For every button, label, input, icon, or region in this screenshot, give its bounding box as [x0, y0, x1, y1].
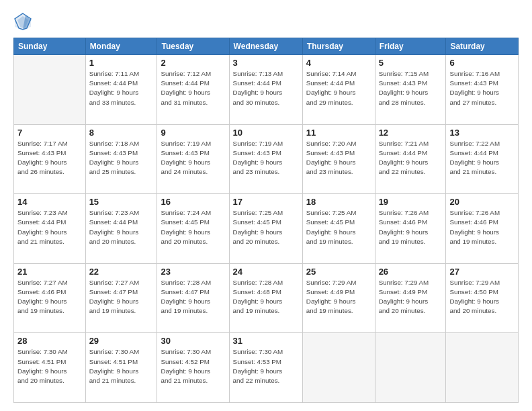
- calendar-cell: 15Sunrise: 7:23 AM Sunset: 4:44 PM Dayli…: [85, 194, 157, 264]
- day-number: 16: [161, 197, 225, 207]
- day-number: 7: [17, 128, 82, 138]
- day-info: Sunrise: 7:25 AM Sunset: 4:45 PM Dayligh…: [233, 208, 299, 246]
- day-number: 23: [161, 267, 225, 277]
- calendar-cell: 2Sunrise: 7:12 AM Sunset: 4:44 PM Daylig…: [157, 55, 229, 125]
- day-info: Sunrise: 7:15 AM Sunset: 4:43 PM Dayligh…: [379, 69, 443, 107]
- day-number: 28: [17, 336, 82, 346]
- calendar-cell: 3Sunrise: 7:13 AM Sunset: 4:44 PM Daylig…: [229, 55, 302, 125]
- day-number: 9: [161, 128, 225, 138]
- calendar-cell: 18Sunrise: 7:25 AM Sunset: 4:45 PM Dayli…: [302, 194, 375, 264]
- day-number: 19: [379, 197, 443, 207]
- day-number: 14: [17, 197, 82, 207]
- calendar-cell: 13Sunrise: 7:22 AM Sunset: 4:44 PM Dayli…: [446, 124, 519, 194]
- calendar-header-monday: Monday: [85, 38, 157, 55]
- calendar-cell: 31Sunrise: 7:30 AM Sunset: 4:53 PM Dayli…: [229, 333, 302, 403]
- day-info: Sunrise: 7:14 AM Sunset: 4:44 PM Dayligh…: [306, 69, 371, 107]
- day-number: 27: [449, 267, 515, 277]
- day-info: Sunrise: 7:30 AM Sunset: 4:52 PM Dayligh…: [161, 347, 225, 385]
- calendar-week-row: 7Sunrise: 7:17 AM Sunset: 4:43 PM Daylig…: [14, 124, 519, 194]
- calendar-header-friday: Friday: [375, 38, 446, 55]
- calendar-cell: [446, 333, 519, 403]
- day-info: Sunrise: 7:26 AM Sunset: 4:46 PM Dayligh…: [449, 208, 515, 246]
- day-number: 13: [449, 128, 515, 138]
- day-number: 22: [89, 267, 154, 277]
- calendar-cell: 30Sunrise: 7:30 AM Sunset: 4:52 PM Dayli…: [157, 333, 229, 403]
- calendar-cell: 6Sunrise: 7:16 AM Sunset: 4:43 PM Daylig…: [446, 55, 519, 125]
- day-info: Sunrise: 7:11 AM Sunset: 4:44 PM Dayligh…: [89, 69, 154, 107]
- day-info: Sunrise: 7:16 AM Sunset: 4:43 PM Dayligh…: [449, 69, 515, 107]
- day-info: Sunrise: 7:25 AM Sunset: 4:45 PM Dayligh…: [306, 208, 371, 246]
- calendar-cell: 26Sunrise: 7:29 AM Sunset: 4:49 PM Dayli…: [375, 263, 446, 333]
- day-number: 11: [306, 128, 371, 138]
- day-number: 24: [233, 267, 299, 277]
- day-info: Sunrise: 7:19 AM Sunset: 4:43 PM Dayligh…: [161, 139, 225, 177]
- day-info: Sunrise: 7:29 AM Sunset: 4:49 PM Dayligh…: [306, 278, 371, 316]
- day-info: Sunrise: 7:23 AM Sunset: 4:44 PM Dayligh…: [17, 208, 82, 246]
- calendar-cell: 29Sunrise: 7:30 AM Sunset: 4:51 PM Dayli…: [85, 333, 157, 403]
- calendar-cell: 1Sunrise: 7:11 AM Sunset: 4:44 PM Daylig…: [85, 55, 157, 125]
- page: SundayMondayTuesdayWednesdayThursdayFrid…: [0, 0, 532, 411]
- calendar-cell: 28Sunrise: 7:30 AM Sunset: 4:51 PM Dayli…: [14, 333, 86, 403]
- calendar-header-row: SundayMondayTuesdayWednesdayThursdayFrid…: [14, 38, 519, 55]
- day-info: Sunrise: 7:27 AM Sunset: 4:47 PM Dayligh…: [89, 278, 154, 316]
- day-info: Sunrise: 7:18 AM Sunset: 4:43 PM Dayligh…: [89, 139, 154, 177]
- calendar-header-thursday: Thursday: [302, 38, 375, 55]
- day-number: 31: [233, 336, 299, 346]
- day-number: 26: [379, 267, 443, 277]
- day-info: Sunrise: 7:13 AM Sunset: 4:44 PM Dayligh…: [233, 69, 299, 107]
- calendar-cell: 20Sunrise: 7:26 AM Sunset: 4:46 PM Dayli…: [446, 194, 519, 264]
- day-info: Sunrise: 7:17 AM Sunset: 4:43 PM Dayligh…: [17, 139, 82, 177]
- calendar-cell: [14, 55, 86, 125]
- day-info: Sunrise: 7:21 AM Sunset: 4:44 PM Dayligh…: [379, 139, 443, 177]
- calendar-cell: 8Sunrise: 7:18 AM Sunset: 4:43 PM Daylig…: [85, 124, 157, 194]
- day-number: 8: [89, 128, 154, 138]
- day-info: Sunrise: 7:30 AM Sunset: 4:53 PM Dayligh…: [233, 347, 299, 385]
- calendar-cell: 10Sunrise: 7:19 AM Sunset: 4:43 PM Dayli…: [229, 124, 302, 194]
- calendar-week-row: 14Sunrise: 7:23 AM Sunset: 4:44 PM Dayli…: [14, 194, 519, 264]
- day-number: 10: [233, 128, 299, 138]
- day-info: Sunrise: 7:19 AM Sunset: 4:43 PM Dayligh…: [233, 139, 299, 177]
- calendar-header-tuesday: Tuesday: [157, 38, 229, 55]
- day-info: Sunrise: 7:26 AM Sunset: 4:46 PM Dayligh…: [379, 208, 443, 246]
- day-number: 29: [89, 336, 154, 346]
- day-number: 3: [233, 58, 299, 68]
- logo-icon: [13, 12, 32, 31]
- day-number: 20: [449, 197, 515, 207]
- day-info: Sunrise: 7:20 AM Sunset: 4:43 PM Dayligh…: [306, 139, 371, 177]
- logo: [13, 12, 35, 31]
- calendar-cell: 11Sunrise: 7:20 AM Sunset: 4:43 PM Dayli…: [302, 124, 375, 194]
- calendar-cell: 17Sunrise: 7:25 AM Sunset: 4:45 PM Dayli…: [229, 194, 302, 264]
- calendar-cell: 21Sunrise: 7:27 AM Sunset: 4:46 PM Dayli…: [14, 263, 86, 333]
- day-info: Sunrise: 7:23 AM Sunset: 4:44 PM Dayligh…: [89, 208, 154, 246]
- day-number: 2: [161, 58, 225, 68]
- day-info: Sunrise: 7:30 AM Sunset: 4:51 PM Dayligh…: [89, 347, 154, 385]
- day-info: Sunrise: 7:30 AM Sunset: 4:51 PM Dayligh…: [17, 347, 82, 385]
- day-number: 18: [306, 197, 371, 207]
- header: [13, 12, 519, 31]
- day-info: Sunrise: 7:24 AM Sunset: 4:45 PM Dayligh…: [161, 208, 225, 246]
- day-number: 5: [379, 58, 443, 68]
- calendar-cell: 16Sunrise: 7:24 AM Sunset: 4:45 PM Dayli…: [157, 194, 229, 264]
- day-info: Sunrise: 7:12 AM Sunset: 4:44 PM Dayligh…: [161, 69, 225, 107]
- day-number: 21: [17, 267, 82, 277]
- day-number: 17: [233, 197, 299, 207]
- day-number: 25: [306, 267, 371, 277]
- day-number: 12: [379, 128, 443, 138]
- day-info: Sunrise: 7:22 AM Sunset: 4:44 PM Dayligh…: [449, 139, 515, 177]
- calendar-cell: 22Sunrise: 7:27 AM Sunset: 4:47 PM Dayli…: [85, 263, 157, 333]
- day-info: Sunrise: 7:29 AM Sunset: 4:50 PM Dayligh…: [449, 278, 515, 316]
- day-info: Sunrise: 7:27 AM Sunset: 4:46 PM Dayligh…: [17, 278, 82, 316]
- calendar-cell: [375, 333, 446, 403]
- calendar-cell: 19Sunrise: 7:26 AM Sunset: 4:46 PM Dayli…: [375, 194, 446, 264]
- calendar-week-row: 1Sunrise: 7:11 AM Sunset: 4:44 PM Daylig…: [14, 55, 519, 125]
- calendar-header-wednesday: Wednesday: [229, 38, 302, 55]
- calendar-cell: 4Sunrise: 7:14 AM Sunset: 4:44 PM Daylig…: [302, 55, 375, 125]
- day-number: 6: [449, 58, 515, 68]
- calendar-cell: 12Sunrise: 7:21 AM Sunset: 4:44 PM Dayli…: [375, 124, 446, 194]
- calendar-week-row: 21Sunrise: 7:27 AM Sunset: 4:46 PM Dayli…: [14, 263, 519, 333]
- day-info: Sunrise: 7:28 AM Sunset: 4:47 PM Dayligh…: [161, 278, 225, 316]
- day-number: 30: [161, 336, 225, 346]
- day-number: 1: [89, 58, 154, 68]
- calendar-cell: 5Sunrise: 7:15 AM Sunset: 4:43 PM Daylig…: [375, 55, 446, 125]
- calendar-cell: [302, 333, 375, 403]
